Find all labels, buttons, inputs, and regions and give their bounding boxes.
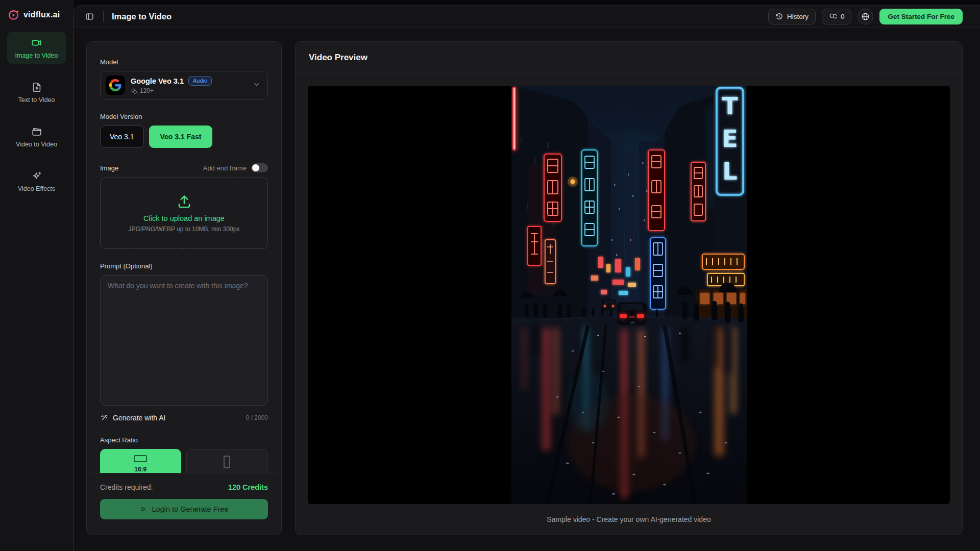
aspect-ratio-option-label: 16:9 — [134, 466, 146, 473]
file-play-icon — [31, 82, 42, 93]
sample-video-still: TEL — [511, 86, 747, 504]
upload-title: Click to upload an image — [143, 214, 225, 222]
get-started-button[interactable]: Get Started For Free — [879, 9, 963, 24]
portrait-ratio-icon — [224, 456, 230, 468]
sidebar-nav: Image to Video Text to Video Video to Vi… — [0, 32, 73, 209]
sidebar: vidflux.ai Image to Video Text to Video … — [0, 0, 74, 551]
chevron-down-icon — [253, 81, 260, 90]
aspect-ratio-option-916[interactable]: 9:16 — [186, 449, 268, 473]
prompt-input[interactable] — [100, 275, 268, 406]
credits-button[interactable]: 0 — [822, 9, 852, 24]
audio-badge: Audio — [188, 76, 212, 86]
history-label: History — [787, 13, 808, 20]
image-label: Image — [100, 164, 118, 172]
topbar: Image to Video History 0 — [74, 6, 980, 28]
image-upload-dropzone[interactable]: Click to upload an image JPG/PNG/WEBP up… — [100, 178, 268, 249]
brand-name: vidflux.ai — [23, 10, 60, 19]
sidebar-item-text-to-video[interactable]: Text to Video — [7, 76, 66, 108]
prompt-label: Prompt (Optional) — [100, 262, 268, 270]
model-version-option-veo31-fast[interactable]: Veo 3.1 Fast — [149, 126, 213, 148]
brand[interactable]: vidflux.ai — [0, 0, 73, 28]
config-panel: Model — [86, 41, 282, 535]
sidebar-item-video-to-video[interactable]: Video to Video — [7, 120, 66, 153]
video-player[interactable]: TEL — [308, 86, 950, 504]
language-button[interactable] — [857, 9, 873, 24]
preview-body: TEL — [296, 73, 962, 535]
content: Model — [74, 28, 980, 551]
credits-count: 0 — [841, 13, 845, 20]
end-frame-control: Add end frame — [203, 163, 268, 172]
history-icon — [775, 13, 783, 20]
preview-header: Video Preview — [296, 42, 962, 73]
model-label: Model — [100, 58, 268, 66]
config-scroll[interactable]: Model — [87, 42, 281, 473]
aspect-ratio-option-169[interactable]: 16:9 — [100, 449, 181, 473]
char-counter: 0 / 2000 — [246, 414, 268, 421]
config-footer: Credits required: 120 Credits Login to G… — [87, 473, 281, 535]
upload-hint: JPG/PNG/WEBP up to 10MB, min 300px — [129, 226, 240, 233]
model-capacity: 120+ — [140, 87, 154, 94]
login-to-generate-button[interactable]: Login to Generate Free — [100, 499, 268, 519]
coins-icon — [829, 13, 837, 20]
video-preview-panel: Video Preview — [295, 41, 963, 535]
aspect-ratio-options: 16:9 9:16 — [100, 449, 268, 473]
sidebar-toggle-button[interactable] — [85, 12, 94, 21]
image-section-header: Image Add end frame — [100, 163, 268, 172]
prompt-toolbar: Generate with AI 0 / 2000 — [100, 414, 268, 422]
generate-with-ai-label: Generate with AI — [113, 414, 166, 422]
sidebar-item-image-to-video[interactable]: Image to Video — [7, 32, 66, 64]
model-info: Google Veo 3.1 Audio 120+ — [131, 76, 212, 94]
model-version-label: Model Version — [100, 113, 268, 120]
sidebar-item-label: Image to Video — [15, 52, 58, 59]
end-frame-label: Add end frame — [203, 164, 247, 172]
clapperboard-icon — [31, 126, 42, 137]
sparkles-icon — [31, 170, 42, 182]
model-version-options: Veo 3.1 Veo 3.1 Fast — [100, 126, 268, 148]
model-version-option-veo31[interactable]: Veo 3.1 — [100, 126, 144, 148]
model-select[interactable]: Google Veo 3.1 Audio 120+ — [100, 71, 268, 99]
globe-icon — [861, 12, 870, 21]
login-to-generate-label: Login to Generate Free — [152, 505, 229, 513]
upload-icon — [177, 194, 192, 209]
end-frame-toggle[interactable] — [251, 163, 268, 172]
video-camera-icon — [31, 37, 42, 48]
landscape-ratio-icon — [134, 455, 147, 462]
sidebar-item-label: Text to Video — [18, 96, 55, 104]
history-button[interactable]: History — [768, 9, 816, 24]
coins-icon — [131, 88, 137, 94]
main-surface: Image to Video History 0 — [74, 5, 980, 551]
brand-logo-icon — [8, 9, 19, 20]
credits-required-value: 120 Credits — [228, 483, 268, 491]
sidebar-item-video-effects[interactable]: Video Effects — [7, 165, 66, 197]
page-title: Image to Video — [112, 12, 172, 21]
play-icon — [140, 506, 147, 513]
credits-required-label: Credits required: — [100, 483, 153, 491]
topbar-divider — [103, 11, 104, 22]
google-logo-icon — [106, 76, 125, 95]
sample-video-caption: Sample video - Create your own AI-genera… — [308, 504, 950, 535]
neon-hotel-sign-text: TEL — [722, 92, 738, 185]
wand-icon — [100, 414, 108, 422]
app-root: vidflux.ai Image to Video Text to Video … — [0, 0, 980, 551]
generate-with-ai-button[interactable]: Generate with AI — [100, 414, 166, 422]
panel-left-icon — [85, 12, 94, 21]
aspect-ratio-label: Aspect Ratio — [100, 436, 268, 444]
model-name: Google Veo 3.1 — [131, 77, 184, 85]
toggle-knob — [252, 164, 259, 171]
topbar-actions: History 0 Get Started For Free — [768, 9, 963, 24]
preview-title: Video Preview — [309, 53, 368, 63]
sidebar-item-label: Video to Video — [16, 141, 57, 148]
main-area: Image to Video History 0 — [74, 0, 980, 551]
sidebar-item-label: Video Effects — [18, 185, 55, 192]
